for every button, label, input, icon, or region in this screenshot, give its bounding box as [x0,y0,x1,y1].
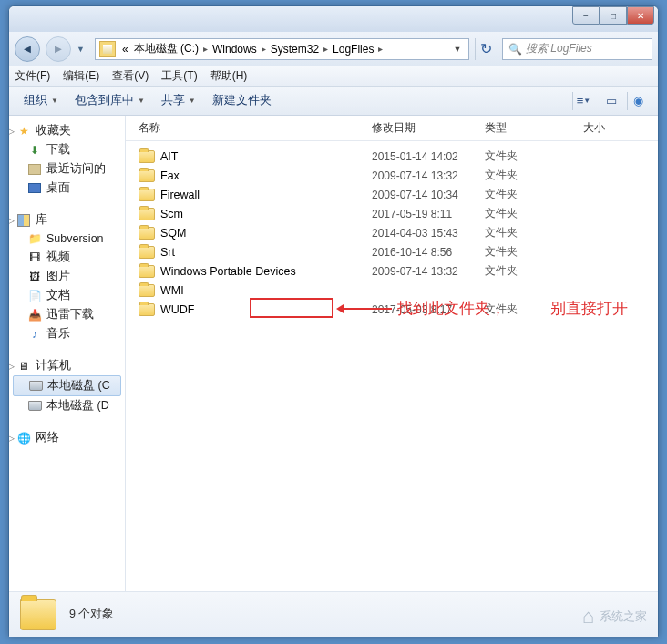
new-folder-button[interactable]: 新建文件夹 [207,91,277,110]
crumb-system32[interactable]: System32 [268,43,322,56]
file-row[interactable]: AIT2015-01-14 14:02文件夹 [126,147,658,166]
search-input[interactable]: 🔍 搜索 LogFiles [502,38,652,60]
menu-file[interactable]: 文件(F) [15,68,50,84]
file-list[interactable]: 找到此文件夹， 14 1 别直接打开 AIT2015-01-14 14:02文件… [126,141,658,591]
sidebar-computer[interactable]: ▷🖥计算机 [9,356,125,375]
computer-icon: 🖥 [16,359,31,373]
view-options-button[interactable]: ≡ ▼ [572,92,594,110]
file-date: 2017-05-03 8:17 [372,303,485,316]
forward-button[interactable]: ► [46,36,71,62]
file-type: 文件夹 [485,244,583,260]
share-button[interactable]: 共享▼ [156,91,201,110]
crumb-drive[interactable]: 本地磁盘 (C:) [131,41,201,56]
folder-icon [139,189,155,201]
recent-icon [27,162,42,177]
file-type: 文件夹 [485,302,583,317]
menu-help[interactable]: 帮助(H) [210,68,248,84]
folder-icon [139,265,155,278]
video-icon: 🎞 [27,250,42,265]
chevron-icon[interactable]: ▸ [201,44,210,54]
crumb-windows[interactable]: Windows [210,43,260,56]
column-size[interactable]: 大小 [583,120,658,136]
file-row[interactable]: Firewall2009-07-14 10:34文件夹 [126,185,658,204]
column-date[interactable]: 修改日期 [372,120,485,136]
file-name: Windows Portable Devices [160,265,372,278]
address-dropdown[interactable]: ▼ [450,45,465,54]
organize-button[interactable]: 组织▼ [18,91,64,110]
file-row[interactable]: Scm2017-05-19 8:11文件夹 [126,204,658,223]
file-name: Fax [160,169,372,182]
column-name[interactable]: 名称 [139,120,372,136]
file-type: 文件夹 [485,206,583,221]
folder-icon: 📁 [27,231,42,246]
file-row[interactable]: Windows Portable Devices2009-07-14 13:32… [126,261,658,281]
search-icon: 🔍 [508,43,522,56]
sidebar-network[interactable]: ▷🌐网络 [9,428,125,447]
file-name: Srt [160,246,372,259]
sidebar-desktop[interactable]: 桌面 [9,179,125,198]
network-icon: 🌐 [16,431,31,445]
pictures-icon: 🖼 [27,270,42,284]
file-row[interactable]: Fax2009-07-14 13:32文件夹 [126,166,658,185]
crumb-logfiles[interactable]: LogFiles [330,43,376,56]
sidebar-video[interactable]: 🎞视频 [9,248,125,267]
column-headers: 名称 修改日期 类型 大小 [126,116,658,141]
music-icon: ♪ [27,327,42,342]
sidebar-music[interactable]: ♪音乐 [9,324,125,343]
menu-edit[interactable]: 编辑(E) [63,68,99,84]
file-date: 2009-07-14 13:32 [372,169,485,182]
folder-icon [139,303,155,316]
maximize-button[interactable]: □ [600,6,627,25]
download-icon: ⬇ [27,143,42,158]
file-type: 文件夹 [485,168,583,183]
sidebar-disk-c[interactable]: 本地磁盘 (C [13,375,121,396]
chevron-icon[interactable]: ▸ [376,44,385,54]
menu-view[interactable]: 查看(V) [112,68,149,84]
sidebar-favorites[interactable]: ▷★收藏夹 [9,121,125,140]
back-button[interactable]: ◄ [15,36,40,62]
watermark-logo-icon: ⌂ [582,605,594,629]
file-row[interactable]: SQM2014-04-03 15:43文件夹 [126,223,658,242]
file-row[interactable]: Srt2016-10-14 8:56文件夹 [126,242,658,261]
disk-icon [28,379,43,394]
desktop-icon [27,181,42,196]
file-name: AIT [160,150,372,163]
documents-icon: 📄 [27,289,42,303]
sidebar-recent[interactable]: 最近访问的 [9,159,125,179]
file-type: 文件夹 [485,148,583,164]
file-row[interactable]: WMI [126,281,658,300]
titlebar: − □ ✕ [9,6,658,32]
star-icon: ★ [16,124,31,138]
refresh-button[interactable]: ↻ [475,38,497,60]
sidebar-downloads[interactable]: ⬇下载 [9,140,125,159]
sidebar-subversion[interactable]: 📁Subversion [9,230,125,248]
preview-pane-button[interactable]: ▭ [600,92,621,110]
chevron-icon[interactable]: ▸ [260,44,268,54]
close-button[interactable]: ✕ [627,6,654,25]
status-bar: 9 个对象 [9,591,658,637]
file-name: SQM [160,227,372,240]
sidebar-documents[interactable]: 📄文档 [9,286,125,305]
file-name: WUDF [160,303,372,316]
include-library-button[interactable]: 包含到库中▼ [69,91,150,110]
address-bar[interactable]: « 本地磁盘 (C:)▸ Windows▸ System32▸ LogFiles… [95,38,469,60]
sidebar-pictures[interactable]: 🖼图片 [9,267,125,286]
sidebar-xunlei[interactable]: 📥迅雷下载 [9,305,125,324]
file-type: 文件夹 [485,225,583,240]
crumb-overflow[interactable]: « [119,43,131,56]
menu-bar: 文件(F) 编辑(E) 查看(V) 工具(T) 帮助(H) [9,66,658,87]
download-icon: 📥 [27,308,42,322]
history-dropdown[interactable]: ▼ [77,45,89,54]
chevron-icon[interactable]: ▸ [322,44,330,54]
sidebar-disk-d[interactable]: 本地磁盘 (D [9,396,125,415]
file-list-pane: 名称 修改日期 类型 大小 找到此文件夹， 14 1 别直接打开 AIT2015… [126,116,658,591]
column-type[interactable]: 类型 [485,120,583,136]
minimize-button[interactable]: − [572,6,600,25]
file-row[interactable]: WUDF2017-05-03 8:17文件夹 [126,300,658,319]
help-button[interactable]: ◉ [627,92,649,110]
sidebar-libraries[interactable]: ▷库 [9,210,125,230]
drive-icon [99,41,116,57]
menu-tools[interactable]: 工具(T) [161,68,197,84]
file-name: Scm [160,208,372,220]
file-type: 文件夹 [485,263,583,279]
